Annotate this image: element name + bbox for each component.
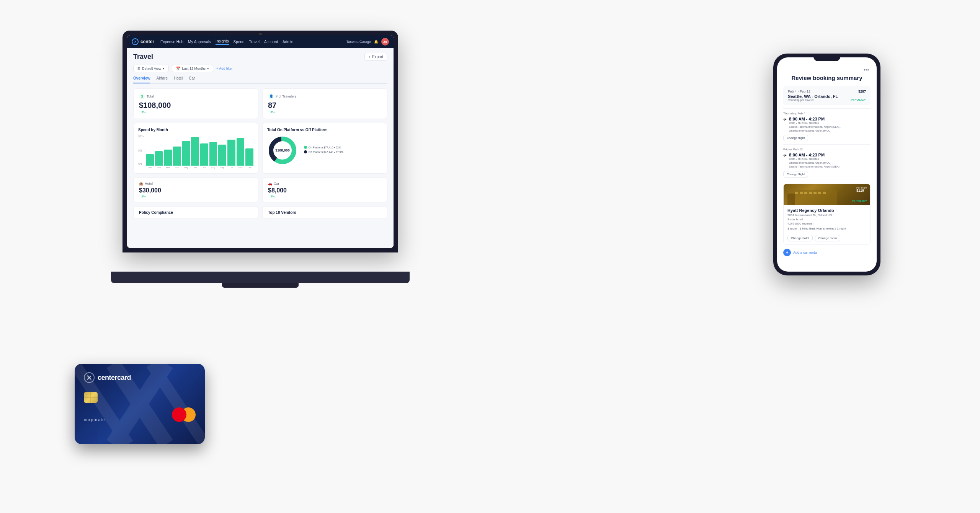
label-mar: Mar <box>164 166 172 169</box>
top-vendors-title: Top 10 Vendors <box>268 210 382 215</box>
hotel-stars: 3-star hotel <box>787 218 866 221</box>
nav-spend[interactable]: Spend <box>234 39 245 45</box>
dollar-icon: $ <box>139 93 145 99</box>
flight-item-1: Thursday, Feb 4 ✈ 8:00 AM - 4:23 PM Delt… <box>783 108 871 144</box>
car-stat-card: 🚗 Car $8,000 ↑ 3% <box>262 178 387 202</box>
nav-bar: ✕ center Expense Hub My Approvals Insigh… <box>127 35 394 48</box>
status-bar: ●●● <box>783 68 871 72</box>
charts-row: Spend by Month $12k $6k $0k <box>133 123 387 174</box>
nav-admin[interactable]: Admin <box>283 39 293 45</box>
label-aug: Aug <box>209 166 217 169</box>
bottom-section: Policy Compliance Top 10 Vendors <box>133 206 387 219</box>
total-stat-card: $ Total $108,000 ↑ 3% <box>133 88 258 119</box>
svg-rect-5 <box>795 192 798 194</box>
tab-overview[interactable]: Overview <box>133 76 150 83</box>
bar-oct <box>227 140 235 166</box>
nav-items: Expense Hub My Approvals Insights Spend … <box>160 39 340 45</box>
spend-by-month-title: Spend by Month <box>138 128 253 132</box>
bar-aug <box>209 142 217 166</box>
hotel-address: 9801 International Dr, Orlando FL <box>787 213 866 217</box>
platform-chart-title: Total On Platform vs Off Platform <box>267 128 382 132</box>
hotel-icon: 🏨 <box>139 182 143 186</box>
page-title: Travel <box>133 53 153 61</box>
phone-notch <box>813 54 840 61</box>
plane-icon-1: ✈ <box>783 117 787 122</box>
date-filter[interactable]: 📅 Last 12 Months ▾ <box>172 65 213 72</box>
hotel-info: Hyatt Regency Orlando 9801 International… <box>784 205 870 244</box>
svg-rect-6 <box>800 192 803 194</box>
svg-rect-8 <box>809 192 812 194</box>
nav-insights[interactable]: Insights <box>216 39 229 45</box>
add-car-row[interactable]: + Add a car rental <box>783 249 871 256</box>
bar-feb <box>155 151 163 166</box>
phone-screen: ●●● Review booking summary Feb 4 - Feb 1… <box>777 57 877 272</box>
nav-travel[interactable]: Travel <box>249 39 260 45</box>
plane-icon-2: ✈ <box>783 153 787 158</box>
off-platform-dot <box>304 150 307 153</box>
total-value: $108,000 <box>139 101 253 110</box>
nav-account[interactable]: Account <box>264 39 278 45</box>
user-avatar[interactable]: JR <box>381 38 389 46</box>
y-label-top: $12k <box>138 135 144 138</box>
hotel-price: $119 <box>856 189 864 192</box>
flight-1-route-from: Seattle-Tacoma International Airport (SE… <box>789 125 841 129</box>
card-type-label: corporate <box>84 417 105 422</box>
in-policy-badge-flight: IN POLICY <box>851 98 866 101</box>
off-platform-value: $47,448 • 37.9% <box>323 151 343 153</box>
hotel-policy-badge: IN POLICY <box>852 199 867 203</box>
add-filter-button[interactable]: + Add filter <box>216 67 233 70</box>
laptop-base <box>111 272 410 283</box>
on-platform-label: On Platform $77,415 • 62% <box>309 146 341 149</box>
laptop-body: ✕ center Expense Hub My Approvals Insigh… <box>122 31 398 252</box>
card-chip <box>84 392 98 403</box>
change-hotel-button[interactable]: Change hotel <box>787 235 813 241</box>
flight-2-airline: Delta • 5h 23m • Nonstop <box>789 157 841 161</box>
default-view-label: Default View <box>142 67 161 70</box>
bar-jun <box>191 137 199 166</box>
signal-icon: ●●● <box>864 68 869 72</box>
on-platform-dot <box>304 146 307 149</box>
hotel-room: 1 room - 1 King Bed, Non-smoking | 1 nig… <box>787 227 866 230</box>
nav-expense-hub[interactable]: Expense Hub <box>160 39 183 45</box>
total-change: ↑ 3% <box>139 111 253 114</box>
tab-hotel[interactable]: Hotel <box>174 76 183 83</box>
nav-my-approvals[interactable]: My Approvals <box>188 39 211 45</box>
bar-may <box>182 141 190 166</box>
export-icon: ↑ <box>369 55 371 59</box>
default-view-filter[interactable]: ⊞ Default View ▾ <box>133 65 169 72</box>
workspace-label[interactable]: Tacoma Garage <box>346 40 371 44</box>
mc-red-circle <box>172 407 186 422</box>
car-change: ↑ 3% <box>268 195 382 198</box>
add-car-label: Add a car rental <box>793 251 818 254</box>
change-flight-1-button[interactable]: Change flight <box>783 135 808 141</box>
stats-row: $ Total $108,000 ↑ 3% 👤 # of Travelers 8… <box>133 88 387 119</box>
change-room-button[interactable]: Change room <box>815 235 840 241</box>
bar-apr <box>173 147 181 166</box>
center-logo-icon: ✕ <box>132 38 139 45</box>
bar-jul <box>200 143 208 166</box>
flight-2-route-to: Seattle-Tacoma International Airport (SE… <box>789 165 841 169</box>
policy-compliance-title: Policy Compliance <box>139 210 253 215</box>
label-oct: Oct <box>227 166 235 169</box>
phone-content: ●●● Review booking summary Feb 4 - Feb 1… <box>777 57 877 272</box>
date-filter-label: Last 12 Months <box>182 67 206 70</box>
policy-compliance-card: Policy Compliance <box>133 206 258 219</box>
grid-icon: ⊞ <box>137 67 140 70</box>
tab-airfare[interactable]: Airfare <box>156 76 167 83</box>
tab-car[interactable]: Car <box>189 76 195 83</box>
export-button[interactable]: ↑ Export <box>364 53 387 61</box>
bar-mar <box>164 150 172 166</box>
hotel-change: ↑ 3% <box>139 195 253 198</box>
donut-container: $108,000 On Platform $77,415 • 62% <box>267 135 382 166</box>
screen-content: Travel ↑ Export ⊞ Default View ▾ 📅 Last … <box>127 48 394 248</box>
calendar-icon: 📅 <box>176 67 180 70</box>
label-apr: Apr <box>173 166 181 169</box>
credit-card: centercard corporate <box>75 364 205 444</box>
platform-chart-card: Total On Platform vs Off Platform $108,0… <box>262 123 387 174</box>
hotel-stat-card: 🏨 Hotel $30,000 ↑ 3% <box>133 178 258 202</box>
card-logo-icon <box>84 372 95 383</box>
hotel-image: $119 Per night IN POLICY <box>784 184 870 205</box>
bell-icon[interactable]: 🔔 <box>374 40 378 44</box>
bar-labels: Jan Feb Mar Apr May Jun Jul Aug Sep Oct … <box>146 166 253 169</box>
change-flight-2-button[interactable]: Change flight <box>783 171 808 178</box>
